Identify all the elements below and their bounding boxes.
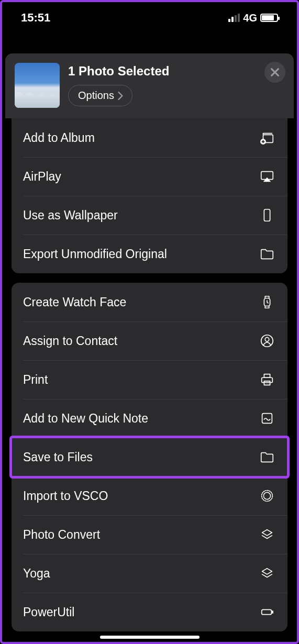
action-row-assign-contact[interactable]: Assign to Contact <box>12 321 287 360</box>
action-label: Photo Convert <box>23 528 100 542</box>
album-add-icon <box>258 129 276 147</box>
action-row-yoga[interactable]: Yoga <box>12 554 287 593</box>
vsco-icon <box>258 487 276 505</box>
folder-icon <box>258 245 276 263</box>
action-row-export-original[interactable]: Export Unmodified Original <box>12 235 287 273</box>
actions-group-2: Create Watch FaceAssign to ContactPrintA… <box>12 283 287 631</box>
svg-rect-8 <box>264 374 270 378</box>
svg-rect-14 <box>272 611 273 613</box>
photo-thumbnail[interactable] <box>15 63 60 108</box>
close-button[interactable] <box>264 62 285 83</box>
airplay-icon <box>258 168 276 185</box>
action-label: Export Unmodified Original <box>23 247 167 261</box>
svg-point-12 <box>263 492 270 499</box>
selection-title: 1 Photo Selected <box>68 64 284 79</box>
action-row-photo-convert[interactable]: Photo Convert <box>12 515 287 554</box>
home-indicator[interactable] <box>100 636 200 639</box>
options-label: Options <box>78 90 114 102</box>
quicknote-icon <box>258 409 276 427</box>
folder-icon <box>258 448 276 466</box>
svg-point-6 <box>265 337 269 341</box>
cellular-signal-icon <box>228 14 240 22</box>
close-icon <box>270 68 280 77</box>
action-row-add-to-album[interactable]: Add to Album <box>12 118 287 157</box>
options-button[interactable]: Options <box>68 85 132 106</box>
stack-icon <box>258 526 276 543</box>
action-label: Import to VSCO <box>23 489 108 503</box>
status-right: 4G <box>228 12 278 24</box>
action-label: Use as Wallpaper <box>23 208 118 223</box>
edit-actions-link[interactable]: Edit Actions <box>5 641 294 644</box>
stack-icon <box>258 564 276 582</box>
action-row-wallpaper[interactable]: Use as Wallpaper <box>12 196 287 235</box>
sheet-header: 1 Photo Selected Options <box>5 53 294 118</box>
action-label: Add to Album <box>23 131 95 145</box>
watch-icon <box>258 293 276 311</box>
action-label: Save to Files <box>23 450 93 464</box>
action-label: PowerUtil <box>23 605 74 619</box>
svg-rect-13 <box>262 609 272 614</box>
action-label: Yoga <box>23 567 50 581</box>
action-row-watch-face[interactable]: Create Watch Face <box>12 283 287 321</box>
action-row-quick-note[interactable]: Add to New Quick Note <box>12 399 287 438</box>
actions-group-1: Add to AlbumAirPlayUse as WallpaperExpor… <box>12 118 287 273</box>
status-time: 15:51 <box>21 11 50 25</box>
contact-icon <box>258 332 276 350</box>
svg-rect-10 <box>262 414 272 424</box>
action-row-save-files[interactable]: Save to Files <box>12 438 287 476</box>
chevron-right-icon <box>117 92 124 100</box>
action-label: AirPlay <box>23 170 61 184</box>
battery-icon <box>260 14 278 22</box>
action-label: Add to New Quick Note <box>23 412 148 426</box>
action-label: Create Watch Face <box>23 295 126 309</box>
svg-rect-9 <box>264 381 270 385</box>
printer-icon <box>258 371 276 388</box>
network-label: 4G <box>243 12 257 24</box>
battery-h-icon <box>258 603 276 621</box>
status-bar: 15:51 4G <box>0 0 299 31</box>
action-row-import-vsco[interactable]: Import to VSCO <box>12 476 287 515</box>
share-sheet: 1 Photo Selected Options Add to AlbumAir… <box>5 53 294 644</box>
phone-icon <box>258 206 276 224</box>
action-label: Assign to Contact <box>23 334 117 348</box>
svg-rect-3 <box>264 209 270 221</box>
action-row-airplay[interactable]: AirPlay <box>12 157 287 196</box>
action-label: Print <box>23 373 48 387</box>
action-row-print[interactable]: Print <box>12 360 287 399</box>
svg-rect-7 <box>262 377 273 382</box>
action-row-powerutil[interactable]: PowerUtil <box>12 593 287 631</box>
